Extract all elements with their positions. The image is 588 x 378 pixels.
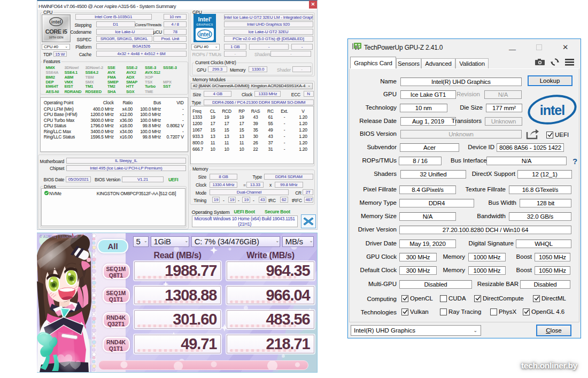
svg-text:intel: intel <box>540 103 564 118</box>
svg-text:intel: intel <box>199 32 211 37</box>
svg-text:GRAPHICS: GRAPHICS <box>196 23 213 26</box>
svg-text:Intel': Intel' <box>198 16 212 22</box>
